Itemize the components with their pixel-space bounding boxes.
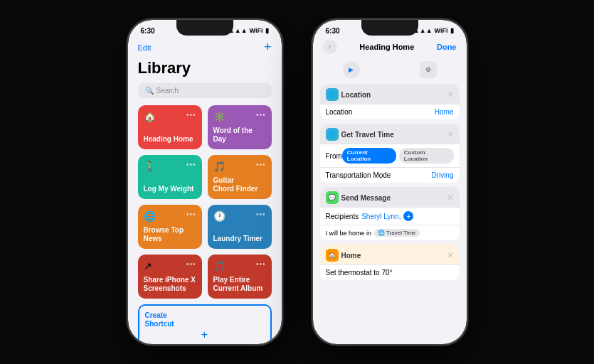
thermostat-field: Set thermostat to 70° — [320, 264, 460, 280]
travel-time-icon: 🌐 — [378, 230, 385, 236]
battery-icon: ▮ — [450, 27, 454, 34]
signal-icon: ▲▲▲ — [413, 27, 433, 34]
status-bar-left: 6:30 ▲▲▲ WiFi ▮ — [128, 20, 282, 38]
right-screen: 6:30 ▲▲▲ WiFi ▮ ↑ Heading Home Done — [313, 20, 467, 344]
message-text: I will be home in — [326, 230, 372, 237]
message-label: Send Message — [341, 194, 391, 202]
shortcut-name: Share iPhone X Screenshots — [144, 276, 196, 293]
search-icon: 🔍 — [145, 87, 154, 95]
search-placeholder: Search — [157, 87, 179, 95]
shortcut-title: Heading Home — [359, 43, 414, 51]
left-screen: 6:30 ▲▲▲ WiFi ▮ Edit + Library 🔍 — [128, 20, 282, 344]
transport-field: Transportation Mode Driving — [320, 167, 460, 183]
shortcut-share-screenshots[interactable]: ↗ ••• Share iPhone X Screenshots — [138, 255, 202, 299]
status-time-right: 6:30 — [326, 27, 340, 35]
shortcut-word-of-day[interactable]: ✳️ ••• Word of the Day — [208, 105, 272, 149]
heading-nav: ↑ Heading Home Done — [313, 38, 467, 58]
add-shortcut-button[interactable]: + — [264, 40, 272, 55]
heading-screen: 6:30 ▲▲▲ WiFi ▮ ↑ Heading Home Done — [313, 20, 467, 344]
home-label: Home — [341, 252, 361, 259]
location-card-header: 🌐 Location ✕ — [320, 84, 460, 104]
shortcut-name: Heading Home — [144, 135, 196, 144]
message-card-header: 💬 Send Message ✕ — [320, 187, 460, 207]
left-phone: 6:30 ▲▲▲ WiFi ▮ Edit + Library 🔍 — [127, 18, 283, 346]
travel-icon: 🌐 — [326, 128, 339, 141]
shortcut-dots[interactable]: ••• — [186, 111, 196, 119]
shortcut-icon: 🚶 — [144, 161, 156, 172]
shortcut-log-weight[interactable]: 🚶 ••• Log My Weight — [138, 155, 202, 199]
library-title: Library — [128, 59, 282, 83]
home-remove-button[interactable]: ✕ — [447, 250, 454, 260]
message-remove-button[interactable]: ✕ — [447, 193, 454, 203]
thermostat-label: Set thermostat to 70° — [326, 269, 393, 277]
play-button[interactable]: ▶ — [343, 61, 360, 78]
shortcut-dots[interactable]: ••• — [256, 210, 266, 218]
location-action-card: 🌐 Location ✕ Location Home — [320, 84, 460, 119]
right-phone: 6:30 ▲▲▲ WiFi ▮ ↑ Heading Home Done — [312, 18, 468, 346]
location-remove-button[interactable]: ✕ — [447, 90, 454, 100]
share-button[interactable]: ↑ — [323, 40, 337, 54]
from-pills: Current Location Custom Location — [342, 148, 454, 164]
status-bar-right: 6:30 ▲▲▲ WiFi ▮ — [313, 20, 467, 38]
shortcut-name: GuitarChord Finder — [213, 176, 266, 193]
shortcut-play-album[interactable]: 🎵 ••• Play Entire Current Album — [208, 255, 272, 299]
play-controls: ▶ ⚙ — [313, 58, 467, 84]
status-time-left: 6:30 — [141, 27, 155, 35]
shortcut-laundry[interactable]: 🕐 ••• Laundry Timer — [208, 205, 272, 249]
shortcut-name: Log My Weight — [144, 185, 196, 193]
transport-value[interactable]: Driving — [431, 171, 453, 179]
status-icons-left: ▲▲▲ WiFi ▮ — [228, 27, 269, 34]
edit-button[interactable]: Edit — [138, 43, 152, 52]
library-screen: 6:30 ▲▲▲ WiFi ▮ Edit + Library 🔍 — [128, 20, 282, 344]
custom-location-pill[interactable]: Custom Location — [399, 148, 454, 164]
location-field-value[interactable]: Home — [435, 108, 454, 116]
shortcut-guitar[interactable]: 🎵 ••• GuitarChord Finder — [208, 155, 272, 199]
shortcut-browse-news[interactable]: 🌐 ••• Browse Top News — [138, 205, 202, 249]
shortcut-dots[interactable]: ••• — [186, 161, 196, 168]
current-location-pill[interactable]: Current Location — [342, 148, 396, 164]
phones-container: 6:30 ▲▲▲ WiFi ▮ Edit + Library 🔍 — [127, 18, 468, 346]
shortcut-dots[interactable]: ••• — [256, 260, 266, 268]
library-nav: Edit + — [128, 38, 282, 59]
shortcut-icon: 🕐 — [213, 210, 226, 222]
message-icon: 💬 — [326, 191, 339, 204]
shortcut-dots[interactable]: ••• — [186, 210, 196, 218]
travel-action-title: 🌐 Get Travel Time — [326, 128, 394, 141]
transport-label: Transportation Mode — [326, 171, 391, 179]
travel-label: Get Travel Time — [341, 131, 394, 139]
location-field-label: Location — [326, 108, 353, 116]
travel-time-action-card: 🌐 Get Travel Time ✕ From Current Locatio… — [320, 124, 460, 183]
add-recipient-button[interactable]: + — [403, 211, 413, 221]
recipients-row: Recipients Sheryl Lynn, + — [320, 207, 460, 225]
location-label: Location — [341, 91, 371, 99]
from-field: From Current Location Custom Location — [320, 144, 460, 167]
status-icons-right: ▲▲▲ WiFi ▮ — [413, 27, 454, 34]
recipient-value[interactable]: Sheryl Lynn, — [361, 213, 401, 220]
message-action-title: 💬 Send Message — [326, 191, 391, 204]
shortcut-name: Laundry Timer — [213, 235, 266, 243]
shortcut-dots[interactable]: ••• — [186, 260, 196, 268]
create-shortcut-button[interactable]: CreateShortcut + — [138, 304, 272, 344]
location-field: Location Home — [320, 104, 460, 119]
shortcut-heading-home[interactable]: 🏠 ••• Heading Home — [138, 105, 202, 149]
shortcut-name: Browse Top News — [144, 226, 196, 243]
shortcut-name: Word of the Day — [213, 127, 266, 144]
home-card-header: 🏠 Home ✕ — [320, 245, 460, 264]
wifi-icon: WiFi — [250, 27, 263, 34]
shortcut-name: Play Entire Current Album — [213, 276, 266, 293]
recipients-label: Recipients — [326, 213, 359, 220]
create-label: CreateShortcut — [145, 311, 174, 328]
shortcut-dots[interactable]: ••• — [256, 161, 266, 168]
location-action-title: 🌐 Location — [326, 88, 371, 101]
settings-button[interactable]: ⚙ — [420, 61, 437, 78]
send-message-action-card: 💬 Send Message ✕ Recipients Sheryl Lynn,… — [320, 187, 460, 240]
search-bar[interactable]: 🔍 Search — [138, 83, 272, 98]
travel-remove-button[interactable]: ✕ — [447, 129, 454, 139]
signal-icon: ▲▲▲ — [228, 27, 248, 34]
battery-icon: ▮ — [265, 27, 269, 34]
travel-time-pill[interactable]: 🌐 Travel Time — [374, 229, 420, 237]
shortcut-icon: ✳️ — [213, 111, 226, 122]
shortcut-icon: 🎵 — [213, 161, 226, 172]
done-button[interactable]: Done — [437, 43, 457, 51]
shortcut-dots[interactable]: ••• — [256, 111, 266, 119]
